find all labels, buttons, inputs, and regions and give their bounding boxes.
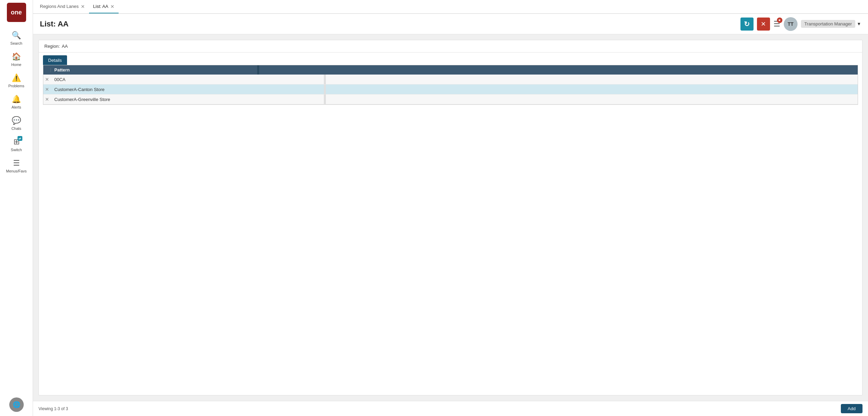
close-icon: ✕	[761, 20, 766, 28]
add-button[interactable]: Add	[841, 404, 862, 413]
row-delete-icon-1[interactable]: ✕	[43, 75, 51, 84]
search-icon: 🔍	[12, 31, 21, 40]
app-logo[interactable]: one	[7, 3, 26, 22]
tab-regions-lanes[interactable]: Regions And Lanes ✕	[36, 0, 89, 13]
column-header-pattern: Pattern	[51, 65, 257, 75]
user-avatar[interactable]: TT	[784, 17, 798, 31]
viewing-count: Viewing 1-3 of 3	[39, 406, 68, 411]
refresh-icon: ↻	[744, 20, 750, 28]
pattern-table: Pattern ✕ 00CA ✕	[43, 65, 858, 105]
page-header: List: AA ↻ ✕ ☰ ★ TT Transportation Manag…	[33, 14, 868, 34]
col-divider-3	[324, 94, 326, 104]
sidebar-item-chats[interactable]: 💬 Chats	[0, 113, 33, 134]
content-area: Region: AA Details Pattern	[33, 34, 868, 401]
region-bar: Region: AA	[39, 40, 862, 53]
table-header: Pattern	[43, 65, 858, 75]
menu-button[interactable]: ☰ ★	[773, 20, 780, 29]
tab-details[interactable]: Details	[43, 55, 67, 65]
tab-list-aa-close[interactable]: ✕	[110, 4, 114, 9]
header-actions: ↻ ✕ ☰ ★ TT Transportation Manager ▼	[740, 17, 861, 31]
cell-pattern-2: CustomerA-Canton Store	[51, 85, 324, 94]
main-area: Regions And Lanes ✕ List: AA ✕ List: AA …	[33, 0, 868, 416]
row-delete-icon-3[interactable]: ✕	[43, 94, 51, 104]
menu-badge: ★	[777, 18, 782, 23]
table-row[interactable]: ✕ 00CA	[43, 75, 858, 85]
footer: Viewing 1-3 of 3 Add	[33, 401, 868, 416]
content-panel: Region: AA Details Pattern	[39, 40, 862, 395]
dropdown-arrow-icon: ▼	[857, 21, 861, 26]
sidebar: one 🔍 Search 🏠 Home ⚠️ Problems 🔔 Alerts…	[0, 0, 33, 416]
user-role-label: Transportation Manager	[801, 20, 855, 28]
header-expand	[43, 68, 51, 72]
sidebar-item-home[interactable]: 🏠 Home	[0, 49, 33, 70]
sidebar-user-avatar[interactable]: 🌐	[9, 397, 24, 412]
region-label: Region:	[44, 44, 60, 49]
problems-icon: ⚠️	[12, 74, 21, 82]
menus-icon: ☰	[13, 159, 20, 168]
chats-icon: 💬	[12, 116, 21, 125]
alerts-icon: 🔔	[12, 95, 21, 104]
col-divider-1	[324, 75, 326, 84]
table-row[interactable]: ✕ CustomerA-Greenville Store	[43, 94, 858, 104]
details-tab-bar: Details	[39, 53, 862, 65]
sidebar-item-menus[interactable]: ☰ Menus/Favs	[0, 155, 33, 177]
tab-list-aa[interactable]: List: AA ✕	[89, 0, 119, 13]
user-role-dropdown[interactable]: Transportation Manager ▼	[801, 20, 861, 28]
col-divider-2	[324, 85, 326, 94]
row-delete-icon-2[interactable]: ✕	[43, 85, 51, 94]
sidebar-item-search[interactable]: 🔍 Search	[0, 27, 33, 49]
sidebar-item-problems[interactable]: ⚠️ Problems	[0, 70, 33, 91]
home-icon: 🏠	[12, 52, 21, 61]
sidebar-item-alerts[interactable]: 🔔 Alerts	[0, 91, 33, 113]
tab-bar: Regions And Lanes ✕ List: AA ✕	[33, 0, 868, 14]
region-value: AA	[62, 44, 68, 49]
resize-handle[interactable]	[257, 65, 259, 75]
table-row[interactable]: ✕ CustomerA-Canton Store	[43, 85, 858, 94]
sidebar-item-switch[interactable]: ⊞ ⇄ Switch	[0, 134, 33, 155]
cell-pattern-3: CustomerA-Greenville Store	[51, 95, 324, 104]
switch-badge: ⇄	[18, 136, 22, 141]
tab-regions-lanes-close[interactable]: ✕	[81, 4, 85, 9]
page-title: List: AA	[40, 20, 69, 29]
cell-pattern-1: 00CA	[51, 75, 324, 84]
close-button[interactable]: ✕	[757, 18, 770, 31]
refresh-button[interactable]: ↻	[740, 18, 754, 31]
